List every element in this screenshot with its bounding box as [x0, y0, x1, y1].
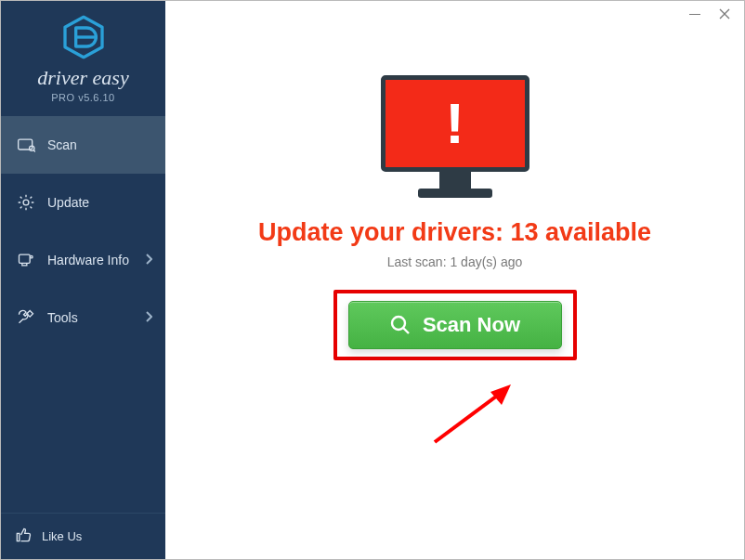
sidebar-item-scan[interactable]: Scan	[1, 116, 165, 174]
brand-version: PRO v5.6.10	[1, 92, 165, 103]
svg-rect-4	[20, 254, 31, 263]
tools-icon	[16, 307, 36, 328]
brand-name: driver easy	[1, 66, 165, 90]
sidebar-item-label: Scan	[47, 137, 77, 152]
exclamation-icon: !	[445, 95, 464, 152]
sidebar-item-hardware[interactable]: Hardware Info	[1, 231, 165, 289]
annotation-arrow	[425, 377, 537, 451]
update-headline: Update your drivers: 13 available	[258, 218, 651, 247]
sidebar-item-label: Update	[47, 195, 89, 210]
main-pane: ! Update your drivers: 13 available Last…	[165, 1, 744, 559]
search-icon	[389, 314, 412, 336]
minimize-button[interactable]	[688, 7, 701, 20]
svg-point-9	[392, 317, 405, 330]
svg-point-3	[23, 200, 29, 205]
svg-rect-1	[19, 139, 33, 150]
logo-icon	[60, 47, 107, 63]
svg-line-10	[435, 388, 507, 442]
last-scan-text: Last scan: 1 day(s) ago	[387, 254, 523, 269]
chevron-right-icon	[145, 311, 152, 325]
hardware-icon	[16, 250, 36, 270]
cta-label: Scan Now	[423, 313, 520, 337]
alert-monitor-icon: !	[381, 75, 529, 198]
sidebar-item-update[interactable]: Update	[1, 174, 165, 231]
sidebar-item-label: Hardware Info	[47, 253, 129, 267]
gear-icon	[16, 192, 36, 213]
chevron-right-icon	[145, 254, 152, 267]
svg-marker-11	[490, 384, 511, 405]
svg-point-5	[31, 255, 33, 258]
sidebar: driver easy PRO v5.6.10 Scan Update H	[1, 1, 165, 559]
sidebar-item-label: Tools	[47, 310, 78, 325]
close-button[interactable]	[718, 7, 731, 20]
cta-highlight-box: Scan Now	[333, 290, 577, 360]
titlebar	[675, 1, 744, 27]
sidebar-footer: Like Us	[1, 513, 165, 559]
scan-now-button[interactable]: Scan Now	[348, 301, 562, 349]
like-us-label[interactable]: Like Us	[42, 529, 82, 543]
scan-icon	[16, 135, 36, 155]
brand-block: driver easy PRO v5.6.10	[1, 1, 165, 111]
sidebar-item-tools[interactable]: Tools	[1, 289, 165, 346]
nav-list: Scan Update Hardware Info	[1, 116, 165, 346]
thumbs-up-icon[interactable]	[14, 526, 33, 548]
app-window: driver easy PRO v5.6.10 Scan Update H	[0, 0, 745, 560]
